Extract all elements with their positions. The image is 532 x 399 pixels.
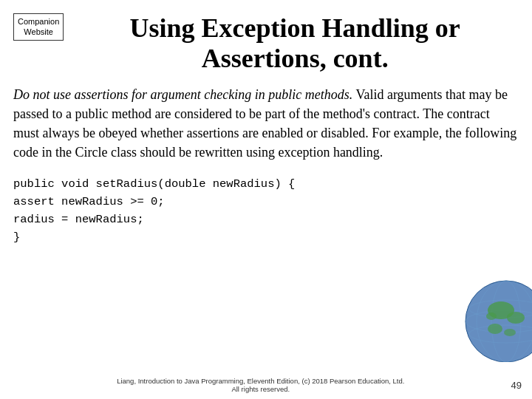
svg-point-10 [488, 324, 502, 334]
slide-header: Companion Website Using Exception Handli… [0, 0, 532, 82]
globe-decoration [451, 273, 532, 362]
companion-line1: Companion [18, 17, 59, 26]
code-line-1: public void setRadius(double newRadius) … [13, 175, 519, 193]
body-italic-start: Do not use assertions for argument check… [13, 87, 352, 102]
footer-credit-text: Liang, Introduction to Java Programming,… [117, 377, 404, 385]
code-block: public void setRadius(double newRadius) … [13, 175, 519, 246]
title-line2: Assertions, cont. [202, 44, 389, 73]
body-paragraph: Do not use assertions for argument check… [0, 82, 532, 162]
globe-icon [451, 273, 532, 362]
svg-point-11 [504, 329, 516, 336]
page-number: 49 [511, 380, 522, 391]
slide-title: Using Exception Handling or Assertions, … [72, 13, 517, 75]
svg-point-12 [486, 313, 497, 320]
footer-credit: Liang, Introduction to Java Programming,… [10, 377, 511, 393]
code-line-2: assert newRadius >= 0; [13, 193, 519, 211]
companion-website-box: Companion Website [13, 13, 64, 41]
companion-line2: Website [24, 27, 53, 36]
slide: Companion Website Using Exception Handli… [0, 0, 532, 399]
code-line-4: } [13, 228, 519, 246]
svg-point-9 [507, 312, 525, 324]
title-line1: Using Exception Handling or [130, 13, 460, 43]
code-line-3: radius = newRadius; [13, 211, 519, 228]
slide-footer: Liang, Introduction to Java Programming,… [0, 377, 532, 393]
footer-rights-text: All rights reserved. [231, 385, 290, 393]
